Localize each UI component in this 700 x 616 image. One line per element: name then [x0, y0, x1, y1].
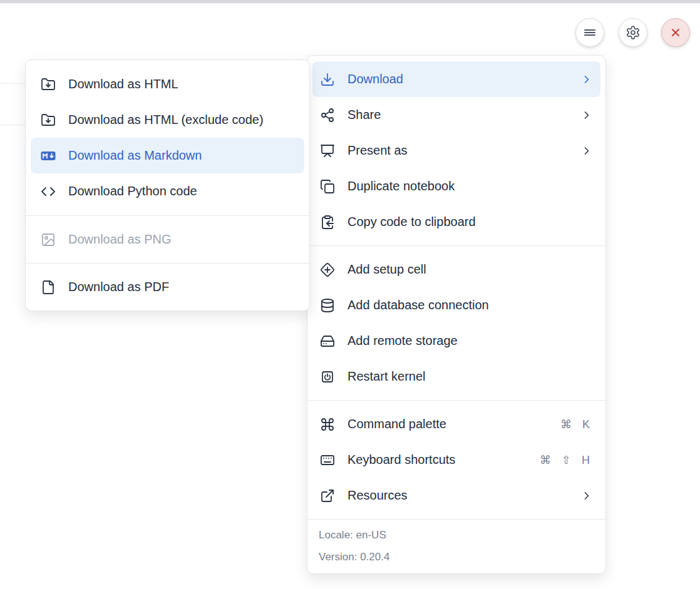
- submenu-section-downloads: Download as HTML Download as HTML (exclu…: [26, 60, 309, 215]
- menu-item-duplicate-notebook[interactable]: Duplicate notebook: [312, 168, 600, 204]
- menu-item-copy-code-to-clipboard[interactable]: Copy code to clipboard: [312, 204, 600, 240]
- menu-item-label: Download as PNG: [68, 232, 296, 247]
- menu-item-add-database-connection[interactable]: Add database connection: [312, 287, 600, 323]
- folder-down-icon: [41, 113, 56, 128]
- background-rule-line: [0, 125, 26, 125]
- folder-down-icon: [41, 77, 56, 92]
- image-icon: [41, 232, 56, 247]
- chevron-right-icon: [580, 145, 593, 157]
- menu-item-label: Share: [347, 108, 580, 122]
- close-button[interactable]: [661, 18, 690, 47]
- keyboard-shortcut-hint: ⌘ K: [560, 418, 593, 431]
- copy-icon: [320, 179, 335, 194]
- menu-section-notebook: Download Share Present as Duplicate note…: [307, 56, 605, 245]
- locale-text: Locale: en-US: [319, 528, 594, 542]
- submenu-section-pdf: Download as PDF: [26, 264, 309, 311]
- menu-item-label: Add database connection: [347, 298, 593, 312]
- menu-item-download-as-png: Download as PNG: [31, 222, 304, 257]
- menu-item-label: Add setup cell: [347, 262, 593, 277]
- menu-item-label: Keyboard shortcuts: [347, 453, 540, 467]
- chevron-right-icon: [580, 490, 593, 502]
- menu-item-download-python-code[interactable]: Download Python code: [31, 173, 304, 209]
- menu-item-label: Download Python code: [68, 184, 296, 198]
- menu-item-label: Duplicate notebook: [347, 179, 593, 193]
- database-icon: [320, 298, 335, 313]
- markdown-icon: [41, 148, 56, 163]
- version-text: Version: 0.20.4: [319, 550, 594, 564]
- menu-section-help: Command palette ⌘ K Keyboard shortcuts ⌘…: [307, 401, 605, 519]
- download-icon: [320, 72, 335, 87]
- menu-item-keyboard-shortcuts[interactable]: Keyboard shortcuts ⌘ ⇧ H: [312, 442, 600, 478]
- presentation-icon: [320, 143, 335, 158]
- settings-button[interactable]: [619, 18, 647, 47]
- menu-item-command-palette[interactable]: Command palette ⌘ K: [312, 406, 600, 442]
- keyboard-icon: [320, 453, 335, 468]
- menu-item-label: Download as PDF: [68, 280, 296, 294]
- menu-item-add-remote-storage[interactable]: Add remote storage: [312, 323, 600, 359]
- menu-item-label: Download: [347, 72, 580, 86]
- background-rule-line: [0, 83, 26, 84]
- menu-item-download-as-pdf[interactable]: Download as PDF: [31, 269, 304, 305]
- menu-item-resources[interactable]: Resources: [312, 478, 600, 513]
- menu-item-label: Restart kernel: [347, 369, 593, 384]
- hamburger-menu-button[interactable]: [575, 18, 604, 47]
- submenu-section-png: Download as PNG: [26, 216, 309, 263]
- close-icon: [668, 25, 683, 40]
- chevron-right-icon: [580, 73, 593, 86]
- chevron-right-icon: [580, 109, 593, 121]
- share-icon: [320, 108, 335, 123]
- menu-item-label: Download as HTML (exclude code): [68, 113, 296, 127]
- menu-item-present-as[interactable]: Present as: [312, 133, 600, 168]
- hamburger-icon: [582, 25, 597, 40]
- window-top-edge: [0, 0, 700, 3]
- menu-item-download-as-html-exclude-code[interactable]: Download as HTML (exclude code): [31, 102, 304, 138]
- gear-icon: [625, 25, 641, 40]
- menu-section-cells: Add setup cell Add database connection A…: [307, 246, 605, 400]
- menu-item-download-as-html[interactable]: Download as HTML: [31, 66, 304, 102]
- external-link-icon: [320, 488, 335, 503]
- menu-item-label: Download as HTML: [68, 77, 296, 91]
- menu-footer: Locale: en-US Version: 0.20.4: [307, 520, 605, 573]
- menu-item-download[interactable]: Download: [312, 61, 600, 97]
- menu-item-label: Command palette: [347, 417, 560, 431]
- file-icon: [41, 280, 56, 295]
- command-icon: [320, 417, 335, 432]
- menu-item-share[interactable]: Share: [312, 97, 600, 133]
- menu-item-add-setup-cell[interactable]: Add setup cell: [312, 252, 600, 287]
- menu-item-label: Present as: [347, 143, 580, 158]
- clipboard-copy-icon: [320, 215, 335, 230]
- diamond-plus-icon: [320, 262, 335, 277]
- menu-item-download-as-markdown[interactable]: Download as Markdown: [31, 138, 304, 173]
- code-icon: [41, 184, 56, 199]
- hard-drive-icon: [320, 334, 335, 349]
- keyboard-shortcut-hint: ⌘ ⇧ H: [540, 453, 593, 467]
- menu-item-label: Copy code to clipboard: [347, 215, 593, 229]
- notebook-actions-menu: Download Share Present as Duplicate note…: [307, 55, 606, 574]
- power-icon: [320, 369, 335, 384]
- download-submenu: Download as HTML Download as HTML (exclu…: [25, 59, 310, 311]
- menu-item-label: Add remote storage: [347, 334, 593, 348]
- menu-item-label: Resources: [347, 488, 580, 503]
- menu-item-label: Download as Markdown: [68, 148, 296, 163]
- menu-item-restart-kernel[interactable]: Restart kernel: [312, 359, 600, 394]
